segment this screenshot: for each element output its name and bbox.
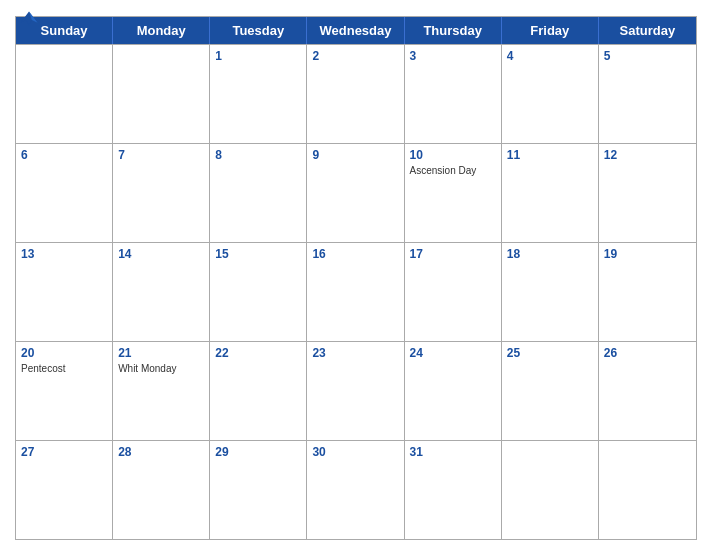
day-number: 8 [215, 148, 301, 162]
calendar-week-3: 13141516171819 [16, 242, 696, 341]
calendar-day-3: 3 [405, 45, 502, 143]
calendar-day-31: 31 [405, 441, 502, 539]
day-number: 7 [118, 148, 204, 162]
day-number: 21 [118, 346, 204, 360]
calendar-day-5: 5 [599, 45, 696, 143]
day-number: 22 [215, 346, 301, 360]
day-number: 1 [215, 49, 301, 63]
day-number: 14 [118, 247, 204, 261]
calendar-day-24: 24 [405, 342, 502, 440]
calendar-day-17: 17 [405, 243, 502, 341]
calendar-week-2: 678910Ascension Day1112 [16, 143, 696, 242]
day-header-thursday: Thursday [405, 17, 502, 44]
calendar-week-1: 12345 [16, 44, 696, 143]
calendar-day-13: 13 [16, 243, 113, 341]
calendar-day-empty [502, 441, 599, 539]
calendar-day-21: 21Whit Monday [113, 342, 210, 440]
calendar-day-12: 12 [599, 144, 696, 242]
day-number: 2 [312, 49, 398, 63]
calendar-day-29: 29 [210, 441, 307, 539]
calendar-day-15: 15 [210, 243, 307, 341]
calendar-day-18: 18 [502, 243, 599, 341]
day-header-saturday: Saturday [599, 17, 696, 44]
calendar-day-22: 22 [210, 342, 307, 440]
day-number: 11 [507, 148, 593, 162]
day-number: 23 [312, 346, 398, 360]
day-event: Whit Monday [118, 362, 204, 375]
calendar-day-8: 8 [210, 144, 307, 242]
calendar-day-28: 28 [113, 441, 210, 539]
day-header-monday: Monday [113, 17, 210, 44]
day-number: 20 [21, 346, 107, 360]
calendar-grid: SundayMondayTuesdayWednesdayThursdayFrid… [15, 16, 697, 540]
day-number: 5 [604, 49, 691, 63]
calendar-day-26: 26 [599, 342, 696, 440]
day-number: 4 [507, 49, 593, 63]
calendar-day-4: 4 [502, 45, 599, 143]
day-header-tuesday: Tuesday [210, 17, 307, 44]
day-number: 13 [21, 247, 107, 261]
calendar-day-9: 9 [307, 144, 404, 242]
day-number: 10 [410, 148, 496, 162]
calendar-day-11: 11 [502, 144, 599, 242]
calendar-day-16: 16 [307, 243, 404, 341]
day-number: 28 [118, 445, 204, 459]
calendar-day-23: 23 [307, 342, 404, 440]
day-number: 27 [21, 445, 107, 459]
calendar-day-10: 10Ascension Day [405, 144, 502, 242]
calendar-day-27: 27 [16, 441, 113, 539]
day-number: 25 [507, 346, 593, 360]
calendar-day-empty [113, 45, 210, 143]
calendar-day-19: 19 [599, 243, 696, 341]
calendar-body: 12345678910Ascension Day1112131415161718… [16, 44, 696, 539]
calendar-day-20: 20Pentecost [16, 342, 113, 440]
svg-marker-0 [20, 11, 37, 25]
day-number: 17 [410, 247, 496, 261]
calendar-week-4: 20Pentecost21Whit Monday2223242526 [16, 341, 696, 440]
day-number: 31 [410, 445, 496, 459]
day-number: 3 [410, 49, 496, 63]
calendar-day-30: 30 [307, 441, 404, 539]
day-number: 24 [410, 346, 496, 360]
day-event: Ascension Day [410, 164, 496, 177]
day-number: 18 [507, 247, 593, 261]
day-number: 9 [312, 148, 398, 162]
day-header-friday: Friday [502, 17, 599, 44]
calendar-page: SundayMondayTuesdayWednesdayThursdayFrid… [0, 0, 712, 550]
calendar-day-7: 7 [113, 144, 210, 242]
calendar-day-2: 2 [307, 45, 404, 143]
calendar-day-empty [16, 45, 113, 143]
day-number: 30 [312, 445, 398, 459]
calendar-week-5: 2728293031 [16, 440, 696, 539]
logo [15, 10, 47, 30]
calendar-day-25: 25 [502, 342, 599, 440]
bird-icon [15, 10, 43, 30]
day-number: 19 [604, 247, 691, 261]
day-number: 15 [215, 247, 301, 261]
calendar-day-empty [599, 441, 696, 539]
day-event: Pentecost [21, 362, 107, 375]
day-number: 29 [215, 445, 301, 459]
day-number: 16 [312, 247, 398, 261]
day-header-wednesday: Wednesday [307, 17, 404, 44]
calendar-header-row: SundayMondayTuesdayWednesdayThursdayFrid… [16, 17, 696, 44]
calendar-day-6: 6 [16, 144, 113, 242]
calendar-day-14: 14 [113, 243, 210, 341]
day-number: 12 [604, 148, 691, 162]
day-number: 6 [21, 148, 107, 162]
calendar-day-1: 1 [210, 45, 307, 143]
day-number: 26 [604, 346, 691, 360]
